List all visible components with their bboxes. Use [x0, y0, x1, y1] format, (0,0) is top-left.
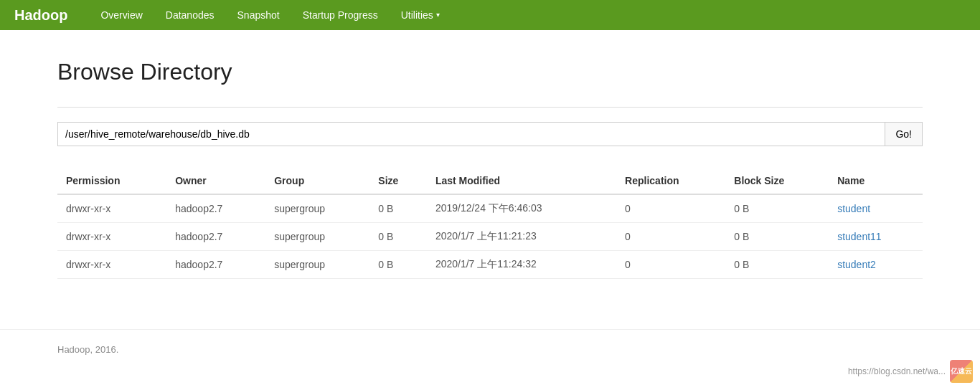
- nav-link-utilities[interactable]: Utilities ▾: [390, 0, 451, 30]
- cell-block-size: 0 B: [725, 251, 829, 279]
- col-size: Size: [369, 168, 427, 194]
- cell-permission: drwxr-xr-x: [57, 194, 166, 223]
- cell-block-size: 0 B: [725, 223, 829, 251]
- cell-group: supergroup: [265, 223, 369, 251]
- cell-group: supergroup: [265, 251, 369, 279]
- nav-item-snapshot: Snapshot: [226, 0, 291, 30]
- divider: [57, 107, 923, 108]
- table-header: Permission Owner Group Size Last Modifie…: [57, 168, 923, 194]
- nav-item-utilities: Utilities ▾: [390, 0, 451, 30]
- watermark: https://blog.csdn.net/wa... 亿速云: [848, 360, 973, 369]
- nav-link-datanodes[interactable]: Datanodes: [154, 0, 226, 30]
- nav-links: Overview Datanodes Snapshot Startup Prog…: [89, 0, 451, 30]
- col-block-size: Block Size: [725, 168, 829, 194]
- cell-last-modified: 2020/1/7 上午11:24:32: [427, 251, 616, 279]
- name-link[interactable]: student2: [837, 259, 876, 270]
- nav-link-snapshot[interactable]: Snapshot: [226, 0, 291, 30]
- col-last-modified: Last Modified: [427, 168, 616, 194]
- name-link[interactable]: student11: [837, 231, 882, 242]
- cell-owner: hadoop2.7: [166, 223, 265, 251]
- cell-owner: hadoop2.7: [166, 251, 265, 279]
- footer-text: Hadoop, 2016.: [57, 344, 118, 355]
- nav-item-overview: Overview: [89, 0, 154, 30]
- nav-link-overview[interactable]: Overview: [89, 0, 154, 30]
- path-input[interactable]: [57, 122, 885, 146]
- cell-size: 0 B: [369, 194, 427, 223]
- path-row: Go!: [57, 122, 923, 146]
- cell-name: student: [829, 194, 923, 223]
- page-title: Browse Directory: [57, 59, 923, 85]
- cell-block-size: 0 B: [725, 194, 829, 223]
- watermark-url: https://blog.csdn.net/wa...: [848, 366, 946, 369]
- watermark-logo: 亿速云: [950, 360, 973, 369]
- col-group: Group: [265, 168, 369, 194]
- col-name: Name: [829, 168, 923, 194]
- cell-name: student2: [829, 251, 923, 279]
- col-owner: Owner: [166, 168, 265, 194]
- nav-item-startup-progress: Startup Progress: [291, 0, 390, 30]
- cell-last-modified: 2020/1/7 上午11:21:23: [427, 223, 616, 251]
- table-body: drwxr-xr-x hadoop2.7 supergroup 0 B 2019…: [57, 194, 923, 279]
- cell-replication: 0: [616, 194, 725, 223]
- chevron-down-icon: ▾: [436, 0, 440, 30]
- nav-item-datanodes: Datanodes: [154, 0, 226, 30]
- table-row: drwxr-xr-x hadoop2.7 supergroup 0 B 2020…: [57, 223, 923, 251]
- cell-size: 0 B: [369, 223, 427, 251]
- col-permission: Permission: [57, 168, 166, 194]
- main-content: Browse Directory Go! Permission Owner Gr…: [0, 30, 980, 329]
- cell-replication: 0: [616, 223, 725, 251]
- directory-table: Permission Owner Group Size Last Modifie…: [57, 168, 923, 279]
- cell-size: 0 B: [369, 251, 427, 279]
- name-link[interactable]: student: [837, 203, 870, 214]
- col-replication: Replication: [616, 168, 725, 194]
- navbar: Hadoop Overview Datanodes Snapshot Start…: [0, 0, 980, 30]
- footer: Hadoop, 2016.: [0, 329, 980, 369]
- table-row: drwxr-xr-x hadoop2.7 supergroup 0 B 2019…: [57, 194, 923, 223]
- cell-owner: hadoop2.7: [166, 194, 265, 223]
- cell-permission: drwxr-xr-x: [57, 251, 166, 279]
- cell-last-modified: 2019/12/24 下午6:46:03: [427, 194, 616, 223]
- nav-brand[interactable]: Hadoop: [14, 7, 67, 24]
- cell-replication: 0: [616, 251, 725, 279]
- nav-link-startup-progress[interactable]: Startup Progress: [291, 0, 390, 30]
- cell-group: supergroup: [265, 194, 369, 223]
- table-row: drwxr-xr-x hadoop2.7 supergroup 0 B 2020…: [57, 251, 923, 279]
- cell-permission: drwxr-xr-x: [57, 223, 166, 251]
- cell-name: student11: [829, 223, 923, 251]
- go-button[interactable]: Go!: [885, 122, 923, 146]
